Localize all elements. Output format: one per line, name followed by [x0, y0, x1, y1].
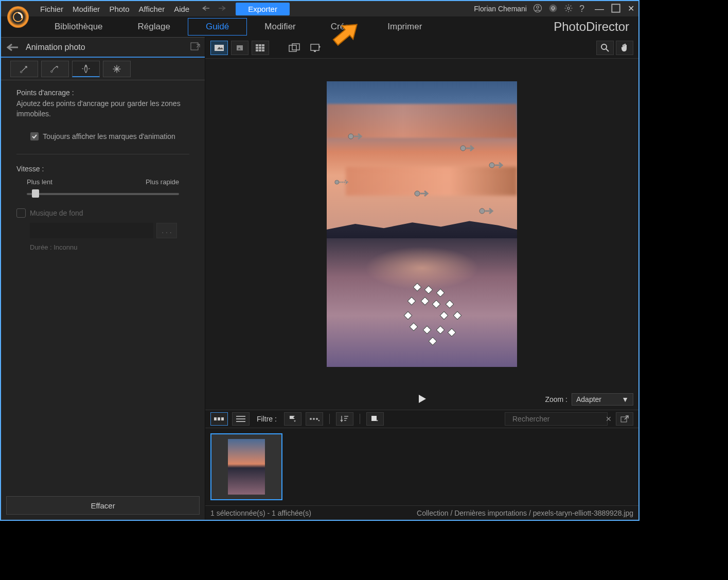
- zoom-value: Adapter: [576, 395, 601, 403]
- svg-rect-37: [221, 417, 224, 420]
- svg-point-41: [310, 418, 312, 420]
- motion-marker[interactable]: [348, 132, 364, 140]
- erase-button[interactable]: Effacer: [6, 496, 200, 515]
- chevron-down-icon: ▼: [622, 395, 629, 403]
- left-panel: Animation photo Points d'ancrage : Ajout…: [1, 37, 205, 520]
- menu-photo[interactable]: Photo: [109, 5, 129, 13]
- bell-icon[interactable]: [548, 4, 558, 14]
- view-single[interactable]: [210, 41, 228, 55]
- svg-point-27: [601, 44, 607, 49]
- module-edit[interactable]: Modifier: [247, 19, 313, 35]
- menu-edit[interactable]: Modifier: [73, 5, 100, 13]
- filter-flag[interactable]: [284, 412, 301, 426]
- help-icon[interactable]: ?: [579, 4, 584, 14]
- bg-music-duration: Durée : Inconnu: [30, 243, 189, 251]
- back-button[interactable]: [5, 41, 21, 54]
- zoom-select[interactable]: Adapter ▼: [572, 393, 633, 406]
- motion-marker[interactable]: [489, 161, 505, 169]
- anchor-title: Points d'ancrage :: [16, 89, 189, 97]
- svg-point-33: [480, 208, 485, 214]
- export-button[interactable]: Exporter: [236, 3, 290, 15]
- clear-search-icon[interactable]: ✕: [606, 415, 612, 423]
- always-show-label: Toujours afficher les marques d'animatio…: [43, 132, 175, 140]
- svg-rect-20: [256, 49, 258, 51]
- filter-rating[interactable]: [306, 412, 323, 426]
- view-compare[interactable]: [231, 41, 248, 55]
- bg-music-browse[interactable]: . . .: [156, 223, 177, 238]
- svg-point-30: [489, 163, 494, 168]
- filter-label: Filtre :: [257, 415, 277, 423]
- svg-rect-6: [191, 43, 198, 50]
- module-guided[interactable]: Guidé: [188, 18, 247, 36]
- view-secondary[interactable]: [286, 41, 303, 55]
- module-print[interactable]: Imprimer: [370, 19, 439, 35]
- settings-icon[interactable]: [564, 4, 573, 14]
- module-adjustment[interactable]: Réglage: [120, 19, 188, 35]
- svg-point-7: [21, 71, 22, 73]
- brand-label: PhotoDirector: [554, 20, 629, 34]
- user-icon[interactable]: [533, 4, 542, 14]
- view-grid[interactable]: [252, 41, 269, 55]
- user-name: Florian Chemani: [474, 5, 527, 13]
- svg-point-32: [415, 191, 420, 196]
- svg-rect-24: [292, 44, 299, 50]
- search-input[interactable]: [512, 415, 602, 423]
- undock-icon[interactable]: [190, 42, 201, 52]
- zoom-tool[interactable]: [596, 41, 614, 55]
- svg-point-42: [313, 418, 315, 420]
- module-create[interactable]: Créer: [313, 19, 370, 35]
- always-show-checkbox[interactable]: [30, 132, 39, 140]
- sort-button[interactable]: [336, 412, 353, 426]
- view-fullscreen[interactable]: [306, 41, 324, 55]
- speed-label: Vitesse :: [16, 165, 189, 173]
- tool-motion-arrow[interactable]: [10, 61, 38, 77]
- menu-help[interactable]: Aide: [174, 5, 189, 13]
- canvas[interactable]: [205, 59, 638, 389]
- svg-point-29: [460, 146, 466, 151]
- bg-music-checkbox[interactable]: [16, 208, 26, 218]
- maximize-button[interactable]: [611, 4, 620, 14]
- motion-marker[interactable]: [334, 178, 351, 186]
- menu-view[interactable]: Afficher: [139, 5, 165, 13]
- menu-file[interactable]: Fichier: [40, 5, 63, 13]
- svg-rect-19: [262, 47, 264, 49]
- bg-music-field: [30, 223, 153, 238]
- bg-music-label: Musique de fond: [30, 209, 83, 217]
- tool-anchor[interactable]: [72, 61, 100, 77]
- svg-rect-40: [236, 421, 245, 422]
- motion-marker[interactable]: [414, 189, 431, 198]
- play-button[interactable]: [417, 394, 427, 406]
- svg-rect-22: [262, 49, 264, 51]
- search-box[interactable]: ✕: [505, 412, 608, 426]
- svg-rect-39: [236, 418, 245, 419]
- filmstrip-view-list[interactable]: [232, 412, 250, 426]
- svg-point-8: [51, 71, 52, 72]
- motion-marker[interactable]: [460, 144, 476, 152]
- svg-rect-12: [237, 45, 243, 50]
- pan-tool[interactable]: [616, 41, 633, 55]
- redo-button[interactable]: [216, 4, 226, 14]
- svg-point-28: [348, 134, 353, 139]
- filmstrip-view-thumbs[interactable]: [210, 412, 228, 426]
- svg-rect-17: [256, 47, 258, 49]
- filmstrip: [205, 428, 638, 505]
- tool-freeze[interactable]: [103, 61, 131, 77]
- svg-rect-36: [218, 417, 220, 420]
- zoom-label: Zoom :: [545, 395, 567, 403]
- svg-rect-46: [621, 417, 627, 422]
- motion-marker[interactable]: [479, 207, 495, 215]
- minimize-button[interactable]: —: [595, 4, 604, 14]
- photo-preview[interactable]: [327, 81, 517, 367]
- undo-button[interactable]: [202, 4, 212, 14]
- open-external[interactable]: [616, 412, 633, 426]
- tool-motion-curve[interactable]: [41, 61, 69, 77]
- speed-slider[interactable]: [27, 188, 179, 198]
- thumbnail[interactable]: [210, 433, 282, 500]
- close-button[interactable]: ✕: [628, 4, 634, 14]
- menubar: Fichier Modifier Photo Afficher Aide Exp…: [1, 1, 638, 16]
- status-selection: 1 sélectionnée(s) - 1 affichée(s): [210, 509, 311, 517]
- svg-rect-15: [259, 44, 261, 46]
- panel-title: Animation photo: [26, 43, 185, 52]
- module-library[interactable]: Bibliothèque: [37, 19, 120, 35]
- color-label[interactable]: [366, 412, 384, 426]
